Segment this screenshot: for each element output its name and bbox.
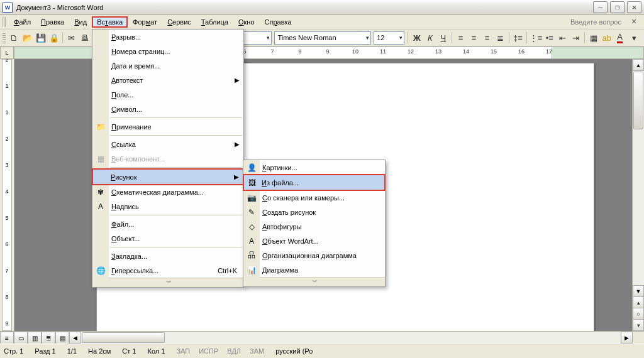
justify-icon[interactable]: ≣ [494, 30, 507, 45]
menu-сервис[interactable]: Сервис [162, 16, 196, 28]
menu-item[interactable]: 🖼Из файла... [243, 174, 386, 191]
menu-item[interactable]: Поле... [92, 87, 243, 102]
menu-item[interactable]: ✾Схематическая диаграмма... [92, 185, 243, 199]
menu-item[interactable]: 🌐Гиперссылка...Ctrl+K [92, 263, 243, 278]
menu-item-icon: 📷 [247, 193, 257, 203]
align-left-icon[interactable]: ≡ [454, 30, 467, 45]
menu-item-label: Организационная диаграмма [262, 252, 357, 259]
insert-menu-panel: Разрыв...Номера страниц...Дата и время..… [92, 29, 244, 288]
menu-item[interactable]: 📁Примечание [92, 119, 243, 134]
menu-item[interactable]: Автотекст▶ [92, 73, 243, 87]
open-icon[interactable]: 📂 [21, 30, 34, 45]
bold-icon[interactable]: Ж [410, 30, 423, 45]
menu-item-label: Надпись [111, 203, 139, 210]
prev-page-button[interactable]: ▴ [633, 297, 644, 308]
indent-icon[interactable]: ⇥ [569, 30, 582, 45]
line-spacing-icon[interactable]: ‡≡ [511, 30, 525, 45]
scroll-up-button[interactable]: ▲ [633, 59, 644, 71]
menu-item[interactable]: AОбъект WordArt... [243, 234, 385, 248]
menu-item[interactable]: Объект... [92, 231, 243, 246]
menu-expand-chevrons[interactable]: ︾ [92, 278, 243, 287]
menu-окно[interactable]: Окно [233, 16, 260, 28]
minimize-button[interactable]: — [593, 1, 608, 13]
scroll-track[interactable] [633, 71, 644, 285]
menu-справка[interactable]: Справка [260, 16, 297, 28]
menu-item-label: Дата и время... [111, 62, 160, 70]
font-size-combo[interactable]: 12 [374, 31, 404, 45]
vertical-scrollbar[interactable]: ▲ ▼ ▴ ○ ▾ [632, 59, 644, 331]
outdent-icon[interactable]: ⇤ [556, 30, 569, 45]
menu-item[interactable]: Закладка... [92, 249, 243, 263]
submenu-arrow-icon: ▶ [235, 77, 240, 84]
font-name-combo[interactable]: Times New Roman [274, 31, 371, 45]
menu-item[interactable]: AНадпись [92, 199, 243, 214]
mail-icon[interactable]: ✉ [65, 30, 78, 45]
menu-item[interactable]: 📷Со сканера или камеры... [243, 190, 385, 205]
toolbar-grip[interactable] [3, 17, 6, 27]
menu-формат[interactable]: Формат [128, 16, 162, 28]
browse-object-button[interactable]: ○ [633, 308, 644, 320]
menu-item-label: Поле... [111, 91, 134, 99]
underline-icon[interactable]: Ч [436, 30, 450, 45]
scroll-thumb[interactable] [633, 72, 643, 129]
menu-item-icon: 品 [247, 251, 257, 261]
ask-a-question-box[interactable]: Введите вопрос [570, 18, 628, 26]
menu-item[interactable]: 👤Картинки... [243, 160, 385, 175]
print-layout-view-button[interactable]: ▥ [28, 332, 42, 344]
menu-item-icon: ▦ [96, 154, 106, 164]
highlight-icon[interactable]: ab [600, 30, 613, 45]
scroll-down-button[interactable]: ▼ [633, 285, 644, 297]
submenu-arrow-icon: ▶ [235, 141, 240, 148]
numbered-list-icon[interactable]: ⋮≡ [529, 30, 543, 45]
menu-expand-chevrons[interactable]: ︾ [243, 277, 385, 286]
toolbar-grip[interactable] [3, 32, 6, 43]
new-doc-icon[interactable]: 🗋 [8, 30, 21, 45]
close-button[interactable]: ✕ [627, 1, 641, 13]
menu-item[interactable]: Рисунок▶ [92, 168, 244, 185]
scroll-left-button[interactable]: ◀ [69, 332, 81, 344]
status-pages: 1/1 [67, 347, 77, 355]
style-combo[interactable] [241, 31, 272, 45]
italic-icon[interactable]: К [423, 30, 436, 45]
outline-view-button[interactable]: ≣ [42, 332, 55, 344]
menu-вставка[interactable]: Вставка [92, 16, 128, 28]
menu-вид[interactable]: Вид [69, 16, 92, 28]
align-right-icon[interactable]: ≡ [480, 30, 494, 45]
next-page-button[interactable]: ▾ [633, 320, 644, 331]
menu-item-label: Разрыв... [111, 33, 141, 41]
hscroll-track[interactable] [81, 332, 621, 344]
normal-view-button[interactable]: ≡ [0, 332, 14, 344]
hscroll-thumb[interactable] [82, 332, 165, 343]
menu-таблица[interactable]: Таблица [196, 16, 233, 28]
web-view-button[interactable]: ▭ [14, 332, 28, 344]
menu-item[interactable]: Номера страниц... [92, 44, 243, 58]
horizontal-scrollbar[interactable]: ◀ ▶ [69, 332, 633, 344]
permission-icon[interactable]: 🔒 [47, 30, 60, 45]
reading-view-button[interactable]: ▤ [55, 332, 69, 344]
align-center-icon[interactable]: ≡ [467, 30, 480, 45]
mdi-close-button[interactable]: × [631, 17, 641, 27]
menu-item[interactable]: Символ... [92, 102, 243, 116]
menu-item[interactable]: Дата и время... [92, 58, 243, 73]
bulleted-list-icon[interactable]: •≡ [543, 30, 556, 45]
menu-item[interactable]: ✎Создать рисунок [243, 205, 385, 219]
menu-item[interactable]: 品Организационная диаграмма [243, 248, 385, 263]
borders-icon[interactable]: ▦ [587, 30, 600, 45]
save-icon[interactable]: 💾 [34, 30, 47, 45]
font-color-icon[interactable]: A [613, 30, 626, 45]
window-title: Документ3 - Microsoft Word [16, 4, 103, 11]
status-flag: ЗАМ [250, 347, 264, 355]
menu-item[interactable]: Разрыв... [92, 30, 243, 44]
menu-правка[interactable]: Правка [36, 16, 69, 28]
toolbar-options-icon[interactable]: ▾ [626, 30, 641, 45]
vertical-ruler[interactable]: 21123456789 [0, 59, 14, 331]
scroll-right-button[interactable]: ▶ [621, 332, 633, 344]
print-icon[interactable]: 🖶 [78, 30, 91, 45]
menu-файл[interactable]: Файл [9, 16, 36, 28]
restore-button[interactable]: ❐ [610, 1, 625, 13]
menu-item[interactable]: Ссылка▶ [92, 137, 243, 151]
menu-item[interactable]: Файл... [92, 217, 243, 231]
menu-item: ▦Веб-компонент... [92, 151, 243, 166]
menu-item[interactable]: ◇Автофигуры [243, 219, 385, 234]
menu-item[interactable]: 📊Диаграмма [243, 263, 385, 277]
